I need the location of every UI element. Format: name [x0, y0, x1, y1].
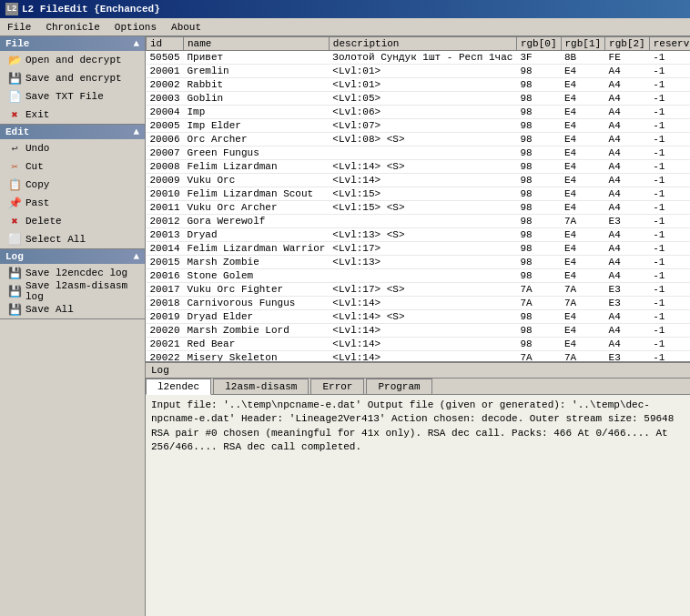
table-row[interactable]: 20008Felim Lizardman<Lvl:14> <S>98E4A4-1	[147, 160, 691, 174]
table-cell: A4	[605, 160, 650, 174]
sidebar-log-collapse[interactable]: ▲	[133, 251, 139, 262]
sidebar-save-encrypt[interactable]: 💾 Save and encrypt	[0, 69, 145, 87]
log-tab-error[interactable]: Error	[310, 379, 364, 394]
table-cell: <Lvl:08> <S>	[329, 133, 516, 146]
table-cell: <Lvl:14>	[329, 351, 516, 362]
sidebar-save-all-label: Save All	[25, 304, 74, 315]
table-row[interactable]: 20007Green Fungus98E4A4-1	[147, 146, 691, 160]
table-row[interactable]: 20013Dryad<Lvl:13> <S>98E4A4-1	[147, 228, 691, 242]
table-row[interactable]: 50505ПриветЗолотой Сундук 1шт - Респ 1ча…	[147, 51, 691, 65]
sidebar-copy[interactable]: 📋 Copy	[0, 176, 145, 194]
sidebar-select-all-label: Select All	[25, 234, 86, 245]
table-row[interactable]: 20016Stone Golem98E4A4-1	[147, 269, 691, 283]
table-row[interactable]: 20020Marsh Zombie Lord<Lvl:14>98E4A4-1	[147, 324, 691, 338]
sidebar-paste[interactable]: 📌 Past	[0, 194, 145, 212]
table-cell: Dryad	[184, 228, 330, 242]
sidebar-exit[interactable]: ✖ Exit	[0, 106, 145, 124]
select-all-icon: ⬜	[7, 232, 22, 247]
paste-icon: 📌	[7, 196, 22, 210]
table-cell: -1	[649, 146, 690, 160]
table-row[interactable]: 20014Felim Lizardman Warrior<Lvl:17>98E4…	[147, 242, 691, 256]
table-cell: <Lvl:17>	[329, 242, 516, 256]
sidebar-save-all[interactable]: 💾 Save All	[0, 300, 145, 318]
table-row[interactable]: 20002Rabbit<Lvl:01>98E4A4-1	[147, 78, 691, 92]
menu-about[interactable]: About	[164, 20, 208, 35]
table-cell: E4	[561, 146, 605, 160]
menu-chronicle[interactable]: Chronicle	[38, 20, 107, 35]
table-cell: A4	[605, 187, 650, 201]
table-cell: <Lvl:14> <S>	[329, 160, 516, 174]
table-cell: E4	[561, 106, 605, 119]
table-cell: -1	[649, 310, 690, 324]
table-row[interactable]: 20012Gora Werewolf987AE3-1	[147, 215, 691, 228]
sidebar-save-encrypt-label: Save and encrypt	[25, 73, 122, 84]
save-l2asm-icon: 💾	[7, 284, 22, 298]
sidebar-file-collapse[interactable]: ▲	[133, 38, 139, 49]
table-row[interactable]: 20018Carnivorous Fungus<Lvl:14>7A7AE3-1	[147, 297, 691, 310]
table-area[interactable]: id name description rgb[0] rgb[1] rgb[2]…	[146, 36, 690, 361]
table-cell: 20021	[147, 338, 184, 351]
table-cell: 98	[516, 310, 561, 324]
table-row[interactable]: 20022Misery Skeleton<Lvl:14>7A7AE3-1	[147, 351, 691, 362]
log-tab-l2asm[interactable]: l2asm-disasm	[213, 379, 309, 394]
table-row[interactable]: 20010Felim Lizardman Scout<Lvl:15>98E4A4…	[147, 187, 691, 201]
table-cell: A4	[605, 338, 650, 351]
sidebar-save-l2encdec[interactable]: 💾 Save l2encdec log	[0, 264, 145, 282]
table-cell: E4	[561, 160, 605, 174]
table-cell: 20015	[147, 256, 184, 269]
table-cell: -1	[649, 283, 690, 297]
table-row[interactable]: 20019Dryad Elder<Lvl:14> <S>98E4A4-1	[147, 310, 691, 324]
table-cell: -1	[649, 92, 690, 106]
sidebar-edit-collapse[interactable]: ▲	[133, 126, 139, 137]
table-row[interactable]: 20006Orc Archer<Lvl:08> <S>98E4A4-1	[147, 133, 691, 146]
table-row[interactable]: 20021Red Bear<Lvl:14>98E4A4-1	[147, 338, 691, 351]
sidebar-cut[interactable]: ✂ Cut	[0, 157, 145, 176]
sidebar-log-label: Log	[5, 251, 24, 262]
table-cell: -1	[649, 106, 690, 119]
cut-icon: ✂	[7, 159, 22, 174]
table-cell	[329, 146, 516, 160]
table-row[interactable]: 20009Vuku Orc<Lvl:14>98E4A4-1	[147, 174, 691, 187]
table-cell: 98	[516, 256, 561, 269]
table-cell: Carnivorous Fungus	[184, 297, 330, 310]
table-cell: E4	[561, 133, 605, 146]
log-tab-program[interactable]: Program	[366, 379, 431, 394]
sidebar-open-decrypt[interactable]: 📂 Open and decrypt	[0, 51, 145, 69]
table-row[interactable]: 20004Imp<Lvl:06>98E4A4-1	[147, 106, 691, 119]
sidebar-select-all[interactable]: ⬜ Select All	[0, 230, 145, 248]
table-row[interactable]: 20011Vuku Orc Archer<Lvl:15> <S>98E4A4-1	[147, 201, 691, 215]
table-cell: -1	[649, 51, 690, 65]
sidebar-save-txt[interactable]: 📄 Save TXT File	[0, 87, 145, 106]
table-cell: <Lvl:14>	[329, 174, 516, 187]
table-cell: Rabbit	[184, 78, 330, 92]
table-row[interactable]: 20001Gremlin<Lvl:01>98E4A4-1	[147, 65, 691, 78]
sidebar-undo-label: Undo	[25, 143, 49, 154]
table-row[interactable]: 20015Marsh Zombie<Lvl:13>98E4A4-1	[147, 256, 691, 269]
table-cell: A4	[605, 228, 650, 242]
sidebar-section-log: Log ▲ 💾 Save l2encdec log 💾 Save l2asm-d…	[0, 249, 145, 319]
menu-file[interactable]: File	[0, 20, 38, 35]
col-rgb2: rgb[2]	[605, 37, 650, 51]
sidebar-delete[interactable]: ✖ Delete	[0, 212, 145, 230]
delete-icon: ✖	[7, 214, 22, 228]
col-rgb0: rgb[0]	[516, 37, 561, 51]
log-tab-l2endec[interactable]: l2endec	[146, 379, 211, 395]
sidebar-delete-label: Delete	[25, 216, 62, 227]
table-row[interactable]: 20003Goblin<Lvl:05>98E4A4-1	[147, 92, 691, 106]
col-name: name	[184, 37, 330, 51]
table-cell: -1	[649, 187, 690, 201]
table-cell: 7A	[561, 297, 605, 310]
table-row[interactable]: 20005Imp Elder<Lvl:07>98E4A4-1	[147, 119, 691, 133]
table-cell: A4	[605, 324, 650, 338]
table-cell: A4	[605, 256, 650, 269]
menu-options[interactable]: Options	[107, 20, 164, 35]
table-cell: <Lvl:07>	[329, 119, 516, 133]
table-cell	[329, 215, 516, 228]
table-cell: -1	[649, 65, 690, 78]
sidebar-undo[interactable]: ↩ Undo	[0, 139, 145, 157]
save-all-icon: 💾	[7, 302, 22, 317]
table-row[interactable]: 20017Vuku Orc Fighter<Lvl:17> <S>7A7AE3-…	[147, 283, 691, 297]
log-section: Log l2endec l2asm-disasm Error Program I…	[146, 361, 690, 616]
sidebar-save-l2asm[interactable]: 💾 Save l2asm-disasm log	[0, 282, 145, 300]
log-content[interactable]: Input file: '..\temp\npcname-e.dat' Outp…	[146, 395, 690, 616]
